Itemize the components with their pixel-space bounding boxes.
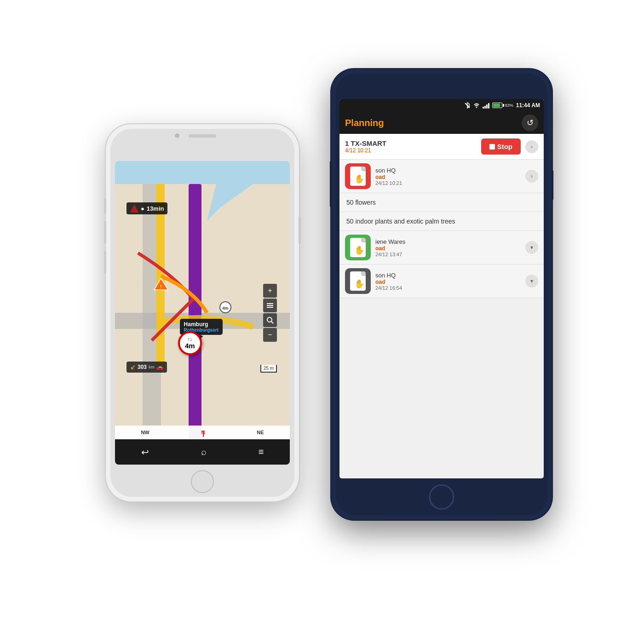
- battery-percent: 83%: [505, 103, 513, 108]
- hand-icon-3: ✋: [354, 279, 364, 289]
- power-button: [299, 216, 301, 244]
- zoom-magnify-button[interactable]: [263, 313, 277, 327]
- compass-bar: NW N NE: [115, 426, 290, 439]
- trip-chevron-1[interactable]: ›: [525, 140, 538, 153]
- trip-date-6: 24/12 16:54: [375, 285, 521, 291]
- zoom-in-button[interactable]: +: [263, 284, 277, 298]
- hand-icon: ✋: [354, 174, 364, 184]
- stop-label: Stop: [497, 143, 512, 150]
- nav-back-button[interactable]: ↩: [141, 447, 149, 458]
- eta-time: 13min: [147, 205, 164, 212]
- trip-date-1: 4/12 10:21: [345, 147, 477, 154]
- wifi-icon: [473, 102, 480, 109]
- scale-bar: 25 m: [260, 365, 277, 373]
- trip-status-5: oad: [375, 245, 521, 252]
- warning-icon: [130, 204, 138, 213]
- svg-text:4m: 4m: [222, 306, 228, 310]
- stop-square-icon: [489, 144, 495, 150]
- truck-icon: 🚗: [156, 364, 163, 370]
- scale-value: 25 m: [264, 366, 274, 371]
- location-name: Hamburg: [184, 321, 219, 328]
- action-icon-dark: ✋: [345, 268, 371, 294]
- volume-up-button: [104, 221, 106, 244]
- compass-needle: [203, 431, 204, 437]
- hand-icon-2: ✋: [354, 245, 364, 255]
- muted-icon: [464, 102, 471, 109]
- svg-point-18: [476, 107, 477, 108]
- battery-icon: 83%: [492, 103, 513, 108]
- speed-limit-value: 4m: [185, 342, 195, 350]
- android-screen: 83% 11:44 AM Planning ↺ 1 TX-SMART 4/12 …: [339, 99, 544, 478]
- android-power-button: [552, 170, 553, 200]
- app-title: Planning: [345, 118, 518, 128]
- volume-down-button: [104, 251, 106, 274]
- zoom-out-button[interactable]: −: [263, 328, 277, 342]
- android-phone: 83% 11:44 AM Planning ↺ 1 TX-SMART 4/12 …: [331, 69, 552, 520]
- svg-rect-13: [267, 307, 273, 308]
- refresh-button[interactable]: ↺: [522, 115, 538, 131]
- document-icon-2: ✋: [350, 238, 366, 257]
- nav-search-button[interactable]: ⌕: [201, 447, 207, 457]
- distance-unit: km: [149, 365, 155, 369]
- compass-ne: NE: [257, 430, 264, 435]
- trip-info-1: 1 TX-SMART 4/12 10:21: [345, 139, 477, 154]
- app-header: Planning ↺: [339, 112, 544, 134]
- svg-text:!: !: [160, 284, 161, 289]
- document-icon-3: ✋: [350, 271, 366, 291]
- trip-date-5: 24/12 13:47: [375, 252, 521, 257]
- trip-row-2[interactable]: ✋ son HQ oad 24/12 10:21 ›: [339, 160, 544, 193]
- map-screen: ! 4m ● 13min Hamburg Rothenburgsort ↑↓ 4…: [115, 161, 290, 465]
- speed-limit-sign: ↑↓ 4m: [178, 331, 202, 355]
- svg-line-15: [271, 322, 273, 323]
- trip-info-6: son HQ oad 24/12 16:54: [375, 272, 521, 291]
- signal-icon: [483, 102, 489, 109]
- trip-content-3: 50 flowers: [346, 199, 376, 206]
- action-icon-green: ✋: [345, 235, 371, 260]
- camera: [175, 133, 179, 138]
- trip-chevron-2[interactable]: ›: [525, 170, 538, 183]
- svg-rect-11: [267, 303, 273, 304]
- trip-status-6: oad: [375, 279, 521, 285]
- trip-info-2: son HQ oad 24/12 10:21: [375, 167, 521, 186]
- compass-nw: NW: [141, 430, 149, 435]
- doc-body: ✋: [350, 167, 366, 186]
- doc-body-2: ✋: [350, 238, 366, 257]
- scene: ! 4m ● 13min Hamburg Rothenburgsort ↑↓ 4…: [92, 69, 552, 575]
- trip-location-6: son HQ: [375, 272, 521, 279]
- speaker: [189, 134, 216, 138]
- home-button[interactable]: [191, 470, 214, 493]
- trip-status-2: oad: [375, 174, 521, 180]
- action-icon-red: ✋: [345, 163, 371, 189]
- trip-row-5[interactable]: ✋ iene Wares oad 24/12 13:47 ▾: [339, 231, 544, 264]
- trip-row-1[interactable]: 1 TX-SMART 4/12 10:21 Stop ›: [339, 134, 544, 160]
- map-controls: + −: [263, 284, 277, 342]
- svg-rect-5: [189, 184, 201, 442]
- trip-location-5: iene Wares: [375, 238, 521, 245]
- svg-marker-17: [467, 103, 469, 108]
- android-home-button[interactable]: [429, 484, 454, 510]
- trip-info-5: iene Wares oad 24/12 13:47: [375, 238, 521, 257]
- trip-chevron-6[interactable]: ▾: [525, 275, 538, 288]
- speed-distance: ↙ 303 km 🚗: [126, 362, 167, 373]
- trip-name-1: 1 TX-SMART: [345, 139, 477, 147]
- distance-value: 303: [138, 364, 147, 370]
- bullet-icon: ●: [141, 205, 144, 212]
- map-layers-button[interactable]: [263, 299, 277, 312]
- stop-button[interactable]: Stop: [481, 138, 521, 155]
- trip-row-6[interactable]: ✋ son HQ oad 24/12 16:54 ▾: [339, 264, 544, 298]
- mute-button: [104, 198, 106, 214]
- nav-bar: ↩ ⌕ ≡: [115, 439, 290, 465]
- trip-date-2: 24/12 10:21: [375, 180, 521, 186]
- trip-row-4: 50 indoor plants and exotic palm trees: [339, 212, 544, 231]
- nav-menu-button[interactable]: ≡: [259, 447, 264, 457]
- trip-location-2: son HQ: [375, 167, 521, 174]
- android-volume-button: [330, 161, 332, 207]
- trip-content-4: 50 indoor plants and exotic palm trees: [346, 218, 455, 225]
- status-bar: 83% 11:44 AM: [339, 99, 544, 112]
- doc-body-3: ✋: [350, 271, 366, 291]
- trip-row-3: 50 flowers: [339, 193, 544, 212]
- trip-chevron-5[interactable]: ▾: [525, 241, 538, 254]
- svg-point-14: [267, 317, 272, 322]
- eta-badge: ● 13min: [126, 202, 167, 214]
- turn-arrow-icon: ↙: [130, 363, 136, 371]
